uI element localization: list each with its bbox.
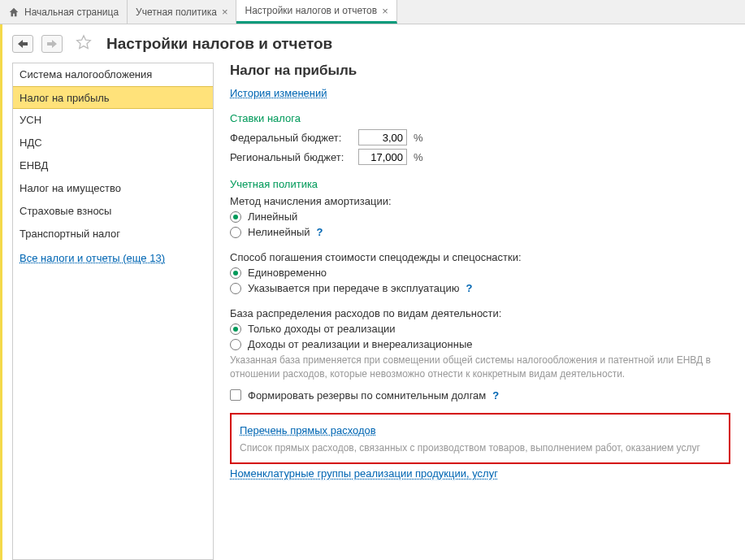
federal-input[interactable] [358, 129, 407, 145]
close-icon[interactable]: × [382, 5, 388, 17]
policy-heading: Учетная политика [230, 178, 735, 190]
percent-label: % [414, 132, 423, 144]
radio-nonlinear[interactable] [230, 227, 241, 238]
reserve-checkbox[interactable] [230, 389, 241, 401]
federal-label: Федеральный бюджет: [230, 132, 352, 144]
title-row: Настройки налогов и отчетов [12, 34, 735, 53]
rates-heading: Ставки налога [230, 112, 735, 124]
history-link[interactable]: История изменений [230, 87, 327, 99]
direct-expenses-desc: Список прямых расходов, связанных с прои… [240, 441, 721, 455]
tab-home-label: Начальная страница [24, 7, 119, 18]
radio-workwear-once[interactable] [230, 267, 241, 279]
radio-workwear-ontransfer-label: Указывается при передаче в эксплуатацию [248, 282, 459, 294]
tab-label: Настройки налогов и отчетов [245, 5, 377, 16]
sidebar: Система налогообложения Налог на прибыль… [12, 63, 214, 560]
radio-linear[interactable] [230, 211, 241, 223]
forward-button[interactable] [41, 35, 63, 53]
main-panel: Налог на прибыль История изменений Ставк… [214, 63, 735, 560]
help-icon[interactable]: ? [317, 226, 323, 238]
sidebar-all-taxes-link[interactable]: Все налоги и отчеты (еще 13) [13, 245, 213, 271]
sidebar-item-insurance[interactable]: Страховые взносы [13, 200, 213, 223]
content-wrapper: Настройки налогов и отчетов Система нало… [0, 24, 745, 560]
nomenclature-link[interactable]: Номенклатурные группы реализации продукц… [230, 467, 498, 480]
section-heading: Налог на прибыль [230, 63, 735, 79]
radio-nonlinear-label: Нелинейный [248, 226, 310, 238]
sidebar-item-envd[interactable]: ЕНВД [13, 154, 213, 177]
sidebar-item-property-tax[interactable]: Налог на имущество [13, 177, 213, 200]
radio-base-all[interactable] [230, 339, 241, 350]
percent-label: % [414, 151, 423, 163]
direct-expenses-box: Перечень прямых расходов Список прямых р… [230, 413, 730, 465]
close-icon[interactable]: × [222, 6, 228, 18]
radio-base-sales[interactable] [230, 323, 241, 335]
radio-workwear-ontransfer[interactable] [230, 283, 241, 294]
page-title: Настройки налогов и отчетов [106, 35, 332, 53]
help-icon[interactable]: ? [466, 282, 472, 294]
tab-tax-settings[interactable]: Настройки налогов и отчетов × [236, 0, 396, 24]
radio-workwear-once-label: Единовременно [248, 267, 327, 279]
reserve-label: Формировать резервы по сомнительным долг… [248, 389, 486, 402]
sidebar-item-nds[interactable]: НДС [13, 132, 213, 154]
regional-label: Региональный бюджет: [230, 151, 352, 163]
help-icon[interactable]: ? [492, 389, 499, 402]
regional-input[interactable] [358, 149, 407, 165]
direct-expenses-link[interactable]: Перечень прямых расходов [240, 424, 376, 436]
radio-base-all-label: Доходы от реализации и внереализационные [248, 338, 472, 350]
sidebar-item-usn[interactable]: УСН [13, 109, 213, 132]
sidebar-item-profit-tax[interactable]: Налог на прибыль [13, 86, 213, 109]
tabs-bar: Начальная страница Учетная политика × На… [0, 0, 745, 24]
workwear-label: Способ погашения стоимости спецодежды и … [230, 251, 735, 263]
base-description: Указанная база применяется при совмещени… [230, 354, 735, 381]
home-icon [8, 7, 19, 18]
radio-base-sales-label: Только доходы от реализации [248, 323, 396, 335]
star-icon[interactable] [76, 34, 92, 53]
sidebar-item-transport-tax[interactable]: Транспортный налог [13, 223, 213, 245]
radio-linear-label: Линейный [248, 211, 297, 223]
tab-home[interactable]: Начальная страница [0, 0, 128, 24]
amort-label: Метод начисления амортизации: [230, 195, 735, 207]
sidebar-item-tax-system[interactable]: Система налогообложения [13, 63, 213, 86]
tab-accounting-policy[interactable]: Учетная политика × [128, 0, 236, 24]
base-label: База распределения расходов по видам дея… [230, 307, 735, 319]
tab-label: Учетная политика [136, 7, 217, 18]
back-button[interactable] [12, 35, 33, 53]
